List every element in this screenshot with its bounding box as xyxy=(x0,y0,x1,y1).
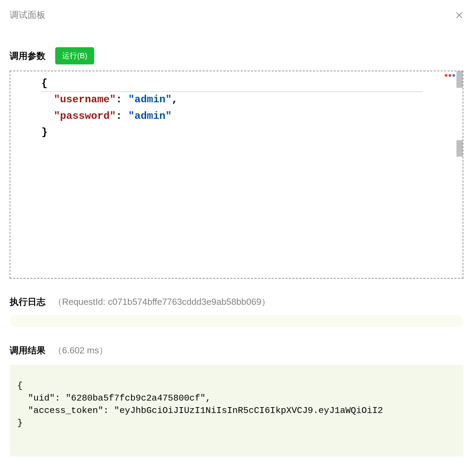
json-comma: , xyxy=(172,94,178,105)
code-editor[interactable]: { "username": "admin", "password": "admi… xyxy=(10,71,463,278)
close-icon[interactable] xyxy=(455,11,463,19)
json-value-username: "admin" xyxy=(128,94,172,105)
run-button[interactable]: 运行(B) xyxy=(55,47,94,64)
code-editor-container: { "username": "admin", "password": "admi… xyxy=(10,71,463,279)
scrollbar-thumb[interactable] xyxy=(456,140,463,157)
open-brace: { xyxy=(41,77,48,89)
scrollbar-thumb[interactable] xyxy=(456,71,463,88)
log-output xyxy=(10,315,463,327)
params-title: 调用参数 xyxy=(10,50,46,62)
close-brace: } xyxy=(41,126,48,138)
json-value-password: "admin" xyxy=(128,110,172,122)
json-key-username: "username" xyxy=(54,94,116,105)
json-colon: : xyxy=(116,94,128,105)
panel-title: 调试面板 xyxy=(10,9,46,21)
result-duration: （6.602 ms） xyxy=(53,344,108,356)
result-title: 调用结果 xyxy=(10,344,46,356)
log-title: 执行日志 xyxy=(10,296,46,308)
log-request-id: （RequestId: c071b574bffe7763cddd3e9ab58b… xyxy=(53,296,270,308)
result-output: { "uid": "6280ba5f7fcb9c2a475800cf", "ac… xyxy=(10,365,463,456)
editor-scrollbar[interactable] xyxy=(456,71,463,278)
json-key-password: "password" xyxy=(54,110,116,122)
json-colon: : xyxy=(116,110,128,122)
